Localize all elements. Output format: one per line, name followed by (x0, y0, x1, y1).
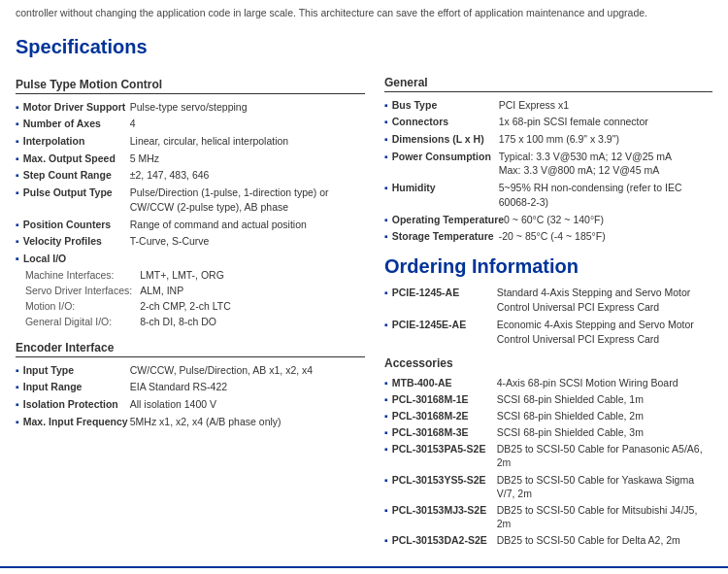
acc-val: DB25 to SCSI-50 Cable for Yaskawa Sigma … (497, 473, 712, 500)
spec-key: Max. Input Frequency (23, 415, 130, 429)
order-val: Economic 4-Axis Stepping and Servo Motor… (497, 318, 712, 346)
list-item: Velocity Profiles T-Curve, S-Curve (16, 234, 365, 249)
spec-key: Operating Temperature (392, 213, 504, 227)
spec-val: 175 x 100 mm (6.9" x 3.9") (499, 132, 619, 147)
acc-key: PCL-30153PA5-S2E (392, 442, 497, 456)
top-banner: controller without changing the applicat… (0, 0, 728, 28)
spec-val: Range of command and actual position (130, 218, 307, 232)
local-io-label: Local I/O (23, 253, 66, 264)
table-row: Motion I/O: 2-ch CMP, 2-ch LTC (25, 299, 237, 313)
acc-key: MTB-400-AE (392, 376, 497, 389)
local-io-inner: Local I/O Machine Interfaces: LMT+, LMT-… (23, 253, 239, 331)
spec-key: Step Count Range (23, 168, 130, 183)
list-item: Step Count Range ±2, 147, 483, 646 (16, 168, 365, 183)
spec-val: EIA Standard RS-422 (130, 380, 227, 394)
list-item: MTB-400-AE 4-Axis 68-pin SCSI Motion Wir… (384, 376, 712, 389)
acc-key: PCL-30168M-3E (392, 425, 497, 439)
spec-key: Power Consumption (392, 150, 499, 164)
spec-val: Linear, circular, helical interpolation (130, 134, 288, 149)
list-item: Interpolation Linear, circular, helical … (16, 134, 365, 149)
acc-key: PCL-30168M-2E (392, 409, 497, 422)
pulse-spec-list: Motor Driver Support Pulse-type servo/st… (16, 100, 365, 249)
encoder-section-title: Encoder Interface (16, 341, 365, 357)
io-label: Motion I/O: (25, 299, 138, 313)
list-item: Bus Type PCI Express x1 (384, 98, 712, 113)
list-item: Humidity 5~95% RH non-condensing (refer … (384, 181, 712, 209)
table-row: Servo Driver Interfaces: ALM, INP (25, 284, 237, 297)
general-section-title: General (384, 76, 712, 92)
general-spec-list: Bus Type PCI Express x1 Connectors 1x 68… (384, 98, 712, 244)
list-item: Pulse Output Type Pulse/Direction (1-pul… (16, 186, 365, 214)
table-row: General Digital I/O: 8-ch DI, 8-ch DO (25, 315, 237, 328)
spec-key: Velocity Profiles (23, 234, 130, 249)
spec-key: Pulse Output Type (23, 186, 130, 200)
io-value: 8-ch DI, 8-ch DO (140, 315, 237, 328)
acc-val: DB25 to SCSI-50 Cable for Mitsubishi J4/… (497, 503, 712, 530)
local-io-item: Local I/O Machine Interfaces: LMT+, LMT-… (16, 253, 365, 331)
list-item: Connectors 1x 68-pin SCSI female connect… (384, 115, 712, 129)
spec-val: Pulse/Direction (1-pulse, 1-direction ty… (130, 186, 365, 214)
spec-val: PCI Express x1 (499, 98, 569, 113)
right-column: General Bus Type PCI Express x1 Connecto… (384, 68, 712, 551)
spec-key: Isolation Protection (23, 397, 130, 412)
pulse-section-title: Pulse Type Motion Control (16, 78, 365, 94)
list-item: PCL-30153PA5-S2E DB25 to SCSI-50 Cable f… (384, 442, 712, 469)
list-item: PCL-30153YS5-S2E DB25 to SCSI-50 Cable f… (384, 473, 712, 500)
list-item: PCL-30153DA2-S2E DB25 to SCSI-50 Cable f… (384, 533, 712, 547)
acc-val: DB25 to SCSI-50 Cable for Delta A2, 2m (497, 533, 680, 547)
io-value: 2-ch CMP, 2-ch LTC (140, 299, 237, 313)
list-item: PCL-30168M-2E SCSI 68-pin Shielded Cable… (384, 409, 712, 422)
list-item: Input Range EIA Standard RS-422 (16, 380, 365, 394)
spec-key: Humidity (392, 181, 499, 195)
spec-key: Position Counters (23, 218, 130, 232)
list-item: Max. Output Speed 5 MHz (16, 152, 365, 166)
acc-key: PCL-30153YS5-S2E (392, 473, 497, 487)
io-sub-table: Machine Interfaces: LMT+, LMT-, ORG Serv… (23, 266, 239, 331)
spec-val: Pulse-type servo/stepping (130, 100, 248, 115)
list-item: Power Consumption Typical: 3.3 V@530 mA;… (384, 150, 712, 178)
encoder-spec-list: Input Type CW/CCW, Pulse/Direction, AB x… (16, 363, 365, 429)
page-title: Specifications (16, 28, 712, 58)
spec-key: Input Type (23, 363, 130, 378)
spec-val: 0 ~ 60°C (32 ~ 140°F) (504, 213, 604, 227)
list-item: Max. Input Frequency 5MHz x1, x2, x4 (A/… (16, 415, 365, 429)
order-key: PCIE-1245-AE (392, 286, 497, 300)
footer: ADANTECH Motion Control (0, 566, 728, 574)
io-label: General Digital I/O: (25, 315, 138, 328)
spec-val: 5MHz x1, x2, x4 (A/B phase only) (130, 415, 281, 429)
list-item: Motor Driver Support Pulse-type servo/st… (16, 100, 365, 115)
spec-key: Max. Output Speed (23, 152, 130, 166)
spec-val: 1x 68-pin SCSI female connector (499, 115, 648, 129)
spec-key: Interpolation (23, 134, 130, 149)
accessories-list: MTB-400-AE 4-Axis 68-pin SCSI Motion Wir… (384, 376, 712, 548)
left-column: Pulse Type Motion Control Motor Driver S… (16, 68, 365, 551)
spec-key: Input Range (23, 380, 130, 394)
spec-val: 4 (130, 117, 136, 131)
list-item: Number of Axes 4 (16, 117, 365, 131)
spec-key: Dimensions (L x H) (392, 132, 499, 147)
banner-text: controller without changing the applicat… (16, 6, 712, 20)
spec-key: Number of Axes (23, 117, 130, 131)
list-item: Dimensions (L x H) 175 x 100 mm (6.9" x … (384, 132, 712, 147)
io-value: ALM, INP (140, 284, 237, 297)
order-val: Standard 4-Axis Stepping and Servo Motor… (497, 286, 712, 314)
spec-key: Connectors (392, 115, 499, 129)
spec-key: Bus Type (392, 98, 499, 113)
spec-key: Motor Driver Support (23, 100, 130, 115)
acc-key: PCL-30153MJ3-S2E (392, 503, 497, 517)
list-item: Position Counters Range of command and a… (16, 218, 365, 232)
spec-val: T-Curve, S-Curve (130, 234, 210, 249)
list-item: PCL-30168M-1E SCSI 68-pin Shielded Cable… (384, 392, 712, 406)
list-item: PCIE-1245E-AE Economic 4-Axis Stepping a… (384, 318, 712, 346)
acc-val: SCSI 68-pin Shielded Cable, 2m (497, 409, 644, 422)
spec-val: ±2, 147, 483, 646 (130, 168, 210, 183)
ordering-section-title: Ordering Information (384, 255, 712, 278)
acc-val: 4-Axis 68-pin SCSI Motion Wiring Board (497, 376, 678, 389)
acc-key: PCL-30153DA2-S2E (392, 533, 497, 547)
list-item: PCL-30153MJ3-S2E DB25 to SCSI-50 Cable f… (384, 503, 712, 530)
list-item: PCL-30168M-3E SCSI 68-pin Shielded Cable… (384, 425, 712, 439)
spec-key: Storage Temperature (392, 229, 499, 244)
ordering-list: PCIE-1245-AE Standard 4-Axis Stepping an… (384, 286, 712, 347)
list-item: Isolation Protection All isolation 1400 … (16, 397, 365, 412)
spec-val: All isolation 1400 V (130, 397, 216, 412)
